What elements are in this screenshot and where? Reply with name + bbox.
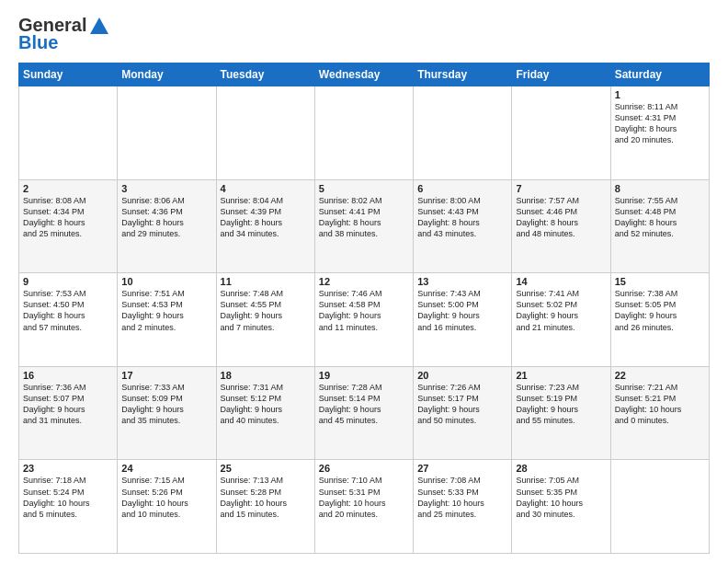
day-cell-2-5: 6Sunrise: 8:00 AM Sunset: 4:43 PM Daylig… <box>414 179 512 273</box>
day-cell-5-4: 26Sunrise: 7:10 AM Sunset: 5:31 PM Dayli… <box>314 460 413 554</box>
day-cell-1-1 <box>19 86 118 180</box>
weekday-header-wednesday: Wednesday <box>314 63 413 86</box>
day-cell-2-2: 3Sunrise: 8:06 AM Sunset: 4:36 PM Daylig… <box>118 179 216 273</box>
day-info: Sunrise: 7:13 AM Sunset: 5:28 PM Dayligh… <box>221 475 311 520</box>
day-number: 10 <box>121 276 211 287</box>
day-cell-4-6: 21Sunrise: 7:23 AM Sunset: 5:19 PM Dayli… <box>512 366 610 460</box>
day-info: Sunrise: 7:05 AM Sunset: 5:35 PM Dayligh… <box>516 475 606 520</box>
day-number: 5 <box>319 183 409 194</box>
day-number: 20 <box>417 370 507 381</box>
day-cell-4-3: 18Sunrise: 7:31 AM Sunset: 5:12 PM Dayli… <box>216 366 314 460</box>
day-cell-1-7: 1Sunrise: 8:11 AM Sunset: 4:31 PM Daylig… <box>610 86 709 180</box>
day-cell-4-4: 19Sunrise: 7:28 AM Sunset: 5:14 PM Dayli… <box>314 366 413 460</box>
day-cell-1-5 <box>414 86 512 180</box>
logo-blue-text: Blue <box>18 32 58 53</box>
day-number: 16 <box>23 370 113 381</box>
day-info: Sunrise: 8:02 AM Sunset: 4:41 PM Dayligh… <box>319 195 409 240</box>
day-info: Sunrise: 8:04 AM Sunset: 4:39 PM Dayligh… <box>221 195 311 240</box>
day-cell-5-2: 24Sunrise: 7:15 AM Sunset: 5:26 PM Dayli… <box>118 460 216 554</box>
day-number: 6 <box>417 183 507 194</box>
day-number: 27 <box>417 463 507 474</box>
day-info: Sunrise: 7:36 AM Sunset: 5:07 PM Dayligh… <box>23 382 113 427</box>
day-cell-3-2: 10Sunrise: 7:51 AM Sunset: 4:53 PM Dayli… <box>118 273 216 367</box>
day-number: 19 <box>319 370 409 381</box>
day-cell-2-6: 7Sunrise: 7:57 AM Sunset: 4:46 PM Daylig… <box>512 179 610 273</box>
day-cell-2-1: 2Sunrise: 8:08 AM Sunset: 4:34 PM Daylig… <box>19 179 118 273</box>
day-number: 25 <box>221 463 311 474</box>
day-number: 3 <box>121 183 211 194</box>
day-info: Sunrise: 7:43 AM Sunset: 5:00 PM Dayligh… <box>417 288 507 333</box>
day-info: Sunrise: 7:38 AM Sunset: 5:05 PM Dayligh… <box>615 288 705 333</box>
logo: General Blue <box>18 15 108 53</box>
day-number: 15 <box>615 276 705 287</box>
day-info: Sunrise: 7:48 AM Sunset: 4:55 PM Dayligh… <box>221 288 311 333</box>
calendar-table: SundayMondayTuesdayWednesdayThursdayFrid… <box>18 63 710 554</box>
day-number: 26 <box>319 463 409 474</box>
day-cell-1-2 <box>118 86 216 180</box>
day-info: Sunrise: 7:10 AM Sunset: 5:31 PM Dayligh… <box>319 475 409 520</box>
weekday-header-friday: Friday <box>512 63 610 86</box>
day-cell-2-3: 4Sunrise: 8:04 AM Sunset: 4:39 PM Daylig… <box>216 179 314 273</box>
day-cell-5-7 <box>610 460 709 554</box>
day-info: Sunrise: 7:18 AM Sunset: 5:24 PM Dayligh… <box>23 475 113 520</box>
week-row-5: 23Sunrise: 7:18 AM Sunset: 5:24 PM Dayli… <box>19 460 710 554</box>
day-cell-1-4 <box>314 86 413 180</box>
day-info: Sunrise: 8:11 AM Sunset: 4:31 PM Dayligh… <box>615 101 705 146</box>
day-number: 24 <box>121 463 211 474</box>
day-info: Sunrise: 7:33 AM Sunset: 5:09 PM Dayligh… <box>121 382 211 427</box>
day-number: 7 <box>516 183 606 194</box>
day-cell-3-6: 14Sunrise: 7:41 AM Sunset: 5:02 PM Dayli… <box>512 273 610 367</box>
day-cell-2-4: 5Sunrise: 8:02 AM Sunset: 4:41 PM Daylig… <box>314 179 413 273</box>
day-number: 8 <box>615 183 705 194</box>
day-number: 14 <box>516 276 606 287</box>
day-number: 21 <box>516 370 606 381</box>
day-cell-4-1: 16Sunrise: 7:36 AM Sunset: 5:07 PM Dayli… <box>19 366 118 460</box>
day-number: 17 <box>121 370 211 381</box>
day-info: Sunrise: 7:57 AM Sunset: 4:46 PM Dayligh… <box>516 195 606 240</box>
day-cell-4-7: 22Sunrise: 7:21 AM Sunset: 5:21 PM Dayli… <box>610 366 709 460</box>
day-cell-5-1: 23Sunrise: 7:18 AM Sunset: 5:24 PM Dayli… <box>19 460 118 554</box>
logo-icon <box>90 17 108 34</box>
day-number: 12 <box>319 276 409 287</box>
weekday-header-saturday: Saturday <box>610 63 709 86</box>
weekday-header-tuesday: Tuesday <box>216 63 314 86</box>
svg-marker-0 <box>90 17 108 34</box>
weekday-header-thursday: Thursday <box>414 63 512 86</box>
day-info: Sunrise: 7:21 AM Sunset: 5:21 PM Dayligh… <box>615 382 705 427</box>
day-info: Sunrise: 8:06 AM Sunset: 4:36 PM Dayligh… <box>121 195 211 240</box>
day-number: 2 <box>23 183 113 194</box>
day-cell-5-3: 25Sunrise: 7:13 AM Sunset: 5:28 PM Dayli… <box>216 460 314 554</box>
week-row-3: 9Sunrise: 7:53 AM Sunset: 4:50 PM Daylig… <box>19 273 710 367</box>
day-info: Sunrise: 7:55 AM Sunset: 4:48 PM Dayligh… <box>615 195 705 240</box>
weekday-header-sunday: Sunday <box>19 63 118 86</box>
day-info: Sunrise: 7:31 AM Sunset: 5:12 PM Dayligh… <box>221 382 311 427</box>
day-info: Sunrise: 7:08 AM Sunset: 5:33 PM Dayligh… <box>417 475 507 520</box>
page: General Blue SundayMondayTuesdayWednesda… <box>0 0 728 563</box>
day-number: 28 <box>516 463 606 474</box>
day-cell-3-1: 9Sunrise: 7:53 AM Sunset: 4:50 PM Daylig… <box>19 273 118 367</box>
day-info: Sunrise: 7:28 AM Sunset: 5:14 PM Dayligh… <box>319 382 409 427</box>
day-info: Sunrise: 7:41 AM Sunset: 5:02 PM Dayligh… <box>516 288 606 333</box>
day-info: Sunrise: 7:46 AM Sunset: 4:58 PM Dayligh… <box>319 288 409 333</box>
day-info: Sunrise: 7:53 AM Sunset: 4:50 PM Dayligh… <box>23 288 113 333</box>
day-number: 4 <box>221 183 311 194</box>
week-row-1: 1Sunrise: 8:11 AM Sunset: 4:31 PM Daylig… <box>19 86 710 180</box>
day-number: 13 <box>417 276 507 287</box>
day-cell-5-6: 28Sunrise: 7:05 AM Sunset: 5:35 PM Dayli… <box>512 460 610 554</box>
day-number: 23 <box>23 463 113 474</box>
day-cell-4-2: 17Sunrise: 7:33 AM Sunset: 5:09 PM Dayli… <box>118 366 216 460</box>
day-number: 9 <box>23 276 113 287</box>
day-number: 1 <box>615 89 705 100</box>
week-row-2: 2Sunrise: 8:08 AM Sunset: 4:34 PM Daylig… <box>19 179 710 273</box>
day-info: Sunrise: 7:26 AM Sunset: 5:17 PM Dayligh… <box>417 382 507 427</box>
day-info: Sunrise: 7:23 AM Sunset: 5:19 PM Dayligh… <box>516 382 606 427</box>
day-cell-5-5: 27Sunrise: 7:08 AM Sunset: 5:33 PM Dayli… <box>414 460 512 554</box>
day-cell-4-5: 20Sunrise: 7:26 AM Sunset: 5:17 PM Dayli… <box>414 366 512 460</box>
week-row-4: 16Sunrise: 7:36 AM Sunset: 5:07 PM Dayli… <box>19 366 710 460</box>
day-cell-3-3: 11Sunrise: 7:48 AM Sunset: 4:55 PM Dayli… <box>216 273 314 367</box>
header: General Blue <box>18 15 710 53</box>
weekday-header-monday: Monday <box>118 63 216 86</box>
day-info: Sunrise: 8:00 AM Sunset: 4:43 PM Dayligh… <box>417 195 507 240</box>
weekday-header-row: SundayMondayTuesdayWednesdayThursdayFrid… <box>19 63 710 86</box>
day-info: Sunrise: 7:51 AM Sunset: 4:53 PM Dayligh… <box>121 288 211 333</box>
